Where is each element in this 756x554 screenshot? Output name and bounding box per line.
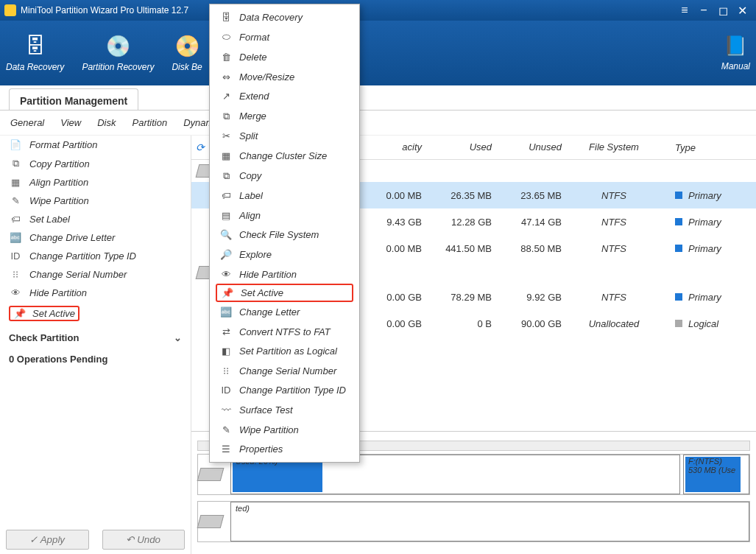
ribbon-toolbar: 🗄Data Recovery💿Partition Recovery📀Disk B…: [0, 21, 756, 85]
ctx-check-file-system[interactable]: 🔍Check File System: [210, 225, 359, 245]
ctx-copy[interactable]: ⧉Copy: [210, 166, 359, 186]
ctx-align[interactable]: ▤Align: [210, 206, 359, 225]
disk-icon: [197, 468, 225, 481]
ribbon-data-recovery[interactable]: 🗄Data Recovery: [6, 34, 64, 72]
tab-strip: Partition Management: [0, 85, 756, 111]
pin-icon: 📌: [13, 308, 27, 319]
app-logo-icon: [4, 4, 16, 16]
ctx-convert-ntfs-to-fat[interactable]: ⇄Convert NTFS to FAT: [210, 322, 359, 342]
apply-button[interactable]: ✓ Apply: [6, 530, 89, 550]
ctx-change-cluster-size[interactable]: ▦Change Cluster Size: [210, 146, 359, 166]
ctx-extend[interactable]: ↗Extend: [210, 86, 359, 106]
sidebar-change-partition-type-id[interactable]: IDChange Partition Type ID: [6, 247, 185, 265]
operations-pending: 0 Operations Pending: [6, 346, 185, 368]
ctx-hide-partition[interactable]: 👁Hide Partition: [210, 264, 359, 284]
sidebar-align-partition[interactable]: ▦Align Partition: [6, 173, 185, 192]
menu-disk[interactable]: Disk: [97, 117, 116, 128]
ctx-split[interactable]: ✂Split: [210, 127, 359, 147]
ribbon-disk-be[interactable]: 📀Disk Be: [172, 34, 202, 72]
sidebar-copy-partition[interactable]: ⧉Copy Partition: [6, 154, 185, 173]
disk-map-2[interactable]: ted): [197, 501, 750, 542]
menu-general[interactable]: General: [10, 117, 44, 128]
ctx-explore[interactable]: 🔎Explore: [210, 245, 359, 264]
sidebar-format-partition[interactable]: 📄Format Partition: [6, 136, 185, 154]
ctx-change-partition-type-id[interactable]: IDChange Partition Type ID: [210, 381, 359, 401]
chevron-down-icon: ⌄: [174, 332, 182, 343]
undo-button[interactable]: ↶ Undo: [102, 530, 186, 550]
manual-icon: 📘: [721, 35, 750, 57]
menu-view[interactable]: View: [60, 117, 81, 128]
sidebar-set-active-label: Set Active: [32, 308, 75, 319]
side-panel: 📄Format Partition⧉Copy Partition▦Align P…: [0, 136, 191, 554]
ctx-change-letter[interactable]: 🔤Change Letter: [210, 302, 359, 322]
manual-button[interactable]: 📘 Manual: [721, 35, 750, 71]
ctx-surface-test[interactable]: 〰Surface Test: [210, 400, 359, 420]
ctx-label[interactable]: 🏷Label: [210, 186, 359, 206]
sidebar-wipe-partition[interactable]: ✎Wipe Partition: [6, 192, 185, 210]
ribbon-partition-recovery[interactable]: 💿Partition Recovery: [82, 34, 154, 72]
ctx-move/resize[interactable]: ⇔Move/Resize: [210, 67, 359, 87]
ctx-merge[interactable]: ⧉Merge: [210, 106, 359, 127]
manual-label: Manual: [721, 61, 750, 71]
ctx-set-active[interactable]: 📌Set Active: [216, 284, 353, 302]
disk-icon: [197, 515, 225, 528]
menu-bar: GeneralViewDiskPartitionDynamic: [0, 111, 756, 136]
close-button[interactable]: ✕: [732, 4, 752, 18]
window-title: MiniTool Partition Wizard Pro Ultimate 1…: [21, 5, 188, 15]
sidebar-set-active[interactable]: 📌 Set Active: [6, 302, 185, 325]
sidebar-hide-partition[interactable]: 👁Hide Partition: [6, 284, 185, 302]
ctx-set-partition-as-logical[interactable]: ◧Set Partition as Logical: [210, 342, 359, 362]
sidebar-set-label[interactable]: 🏷Set Label: [6, 210, 185, 228]
context-menu: 🗄Data Recovery⬭Format🗑Delete⇔Move/Resize…: [209, 4, 360, 463]
sidebar-change-drive-letter[interactable]: 🔤Change Drive Letter: [6, 228, 185, 247]
menu-partition[interactable]: Partition: [132, 117, 167, 128]
minimize-button[interactable]: −: [694, 4, 713, 17]
title-bar: MiniTool Partition Wizard Pro Ultimate 1…: [0, 0, 756, 21]
menu-icon[interactable]: ≡: [675, 4, 694, 17]
ctx-data-recovery[interactable]: 🗄Data Recovery: [210, 7, 359, 27]
tab-partition-management[interactable]: Partition Management: [9, 88, 138, 110]
refresh-icon[interactable]: ⟳: [196, 141, 205, 153]
ctx-format[interactable]: ⬭Format: [210, 27, 359, 48]
ctx-delete[interactable]: 🗑Delete: [210, 47, 359, 67]
ctx-wipe-partition[interactable]: ✎Wipe Partition: [210, 420, 359, 440]
maximize-button[interactable]: ◻: [713, 4, 732, 18]
ctx-change-serial-number[interactable]: ⁝⁝Change Serial Number: [210, 361, 359, 381]
sidebar-change-serial-number[interactable]: ⁝⁝Change Serial Number: [6, 265, 185, 284]
check-partition-section[interactable]: Check Partition ⌄: [6, 325, 185, 346]
ctx-properties[interactable]: ☰Properties: [210, 439, 359, 459]
